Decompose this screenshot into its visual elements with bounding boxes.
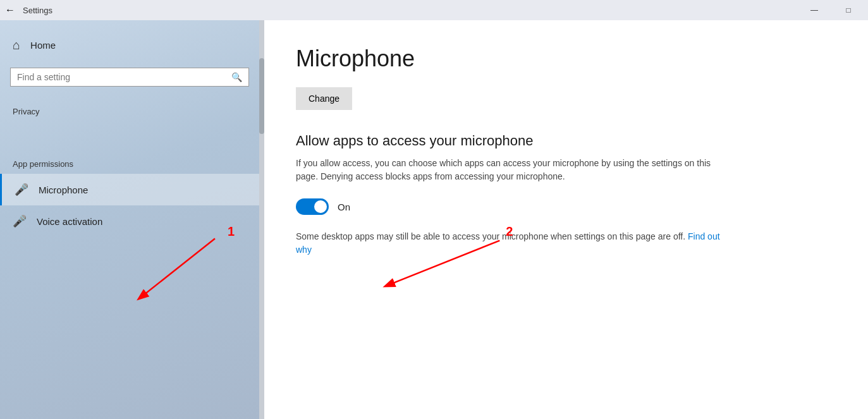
window-title: Settings [23, 6, 800, 15]
sidebar: ⌂ Home 🔍 Privacy App permissions 🎤 Micro… [0, 20, 259, 419]
scrollbar[interactable] [259, 20, 264, 419]
home-label: Home [30, 40, 56, 51]
toggle-knob [314, 200, 327, 213]
search-icon: 🔍 [231, 72, 242, 82]
search-input[interactable] [17, 72, 226, 82]
toggle-row: On [296, 198, 836, 215]
toggle-state-label: On [338, 202, 350, 212]
window-controls: — □ [800, 0, 863, 20]
content-panel: Microphone Change Allow apps to access y… [264, 20, 868, 419]
allow-apps-desc: If you allow access, you can choose whic… [296, 157, 726, 183]
microphone-icon: 🎤 [15, 183, 28, 197]
microphone-toggle[interactable] [296, 198, 329, 215]
main-layout: ⌂ Home 🔍 Privacy App permissions 🎤 Micro… [0, 20, 868, 419]
footer-text-main: Some desktop apps may still be able to a… [296, 231, 685, 241]
search-box: 🔍 [10, 68, 249, 87]
svg-line-1 [139, 239, 215, 299]
microphone-label: Microphone [39, 185, 88, 195]
app-permissions-label: App permissions [0, 147, 259, 174]
voice-activation-icon: 🎤 [13, 214, 27, 228]
allow-apps-title: Allow apps to access your microphone [296, 133, 836, 149]
privacy-section-label: Privacy [0, 94, 259, 121]
content-annotation-overlay: 2 [264, 20, 868, 419]
voice-activation-label: Voice activation [37, 216, 102, 227]
sidebar-item-microphone[interactable]: 🎤 Microphone [0, 174, 259, 205]
sidebar-item-home[interactable]: ⌂ Home [0, 30, 259, 60]
scroll-thumb [259, 58, 264, 134]
page-title: Microphone [296, 46, 836, 72]
footer-text: Some desktop apps may still be able to a… [296, 230, 726, 257]
change-button[interactable]: Change [296, 87, 352, 110]
title-bar: ← Settings — □ [0, 0, 868, 20]
sidebar-item-voice-activation[interactable]: 🎤 Voice activation [0, 205, 259, 237]
minimize-button[interactable]: — [800, 0, 829, 20]
privacy-spacer [0, 121, 259, 147]
home-icon: ⌂ [13, 38, 20, 52]
back-button[interactable]: ← [5, 4, 15, 16]
maximize-button[interactable]: □ [834, 0, 863, 20]
